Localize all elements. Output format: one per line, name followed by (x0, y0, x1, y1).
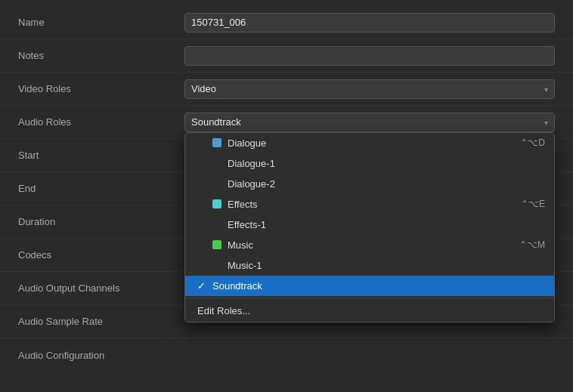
notes-label: Notes (18, 50, 184, 61)
menu-item-effects-shortcut: ⌃⌥E (521, 199, 545, 209)
music-swatch (212, 240, 221, 249)
menu-item-effects-1[interactable]: Effects-1 (185, 215, 554, 235)
audio-roles-dropdown[interactable]: Soundtrack ▾ (184, 113, 555, 132)
notes-input[interactable] (184, 46, 555, 66)
video-roles-selected: Video (191, 83, 216, 94)
name-row: Name (0, 6, 573, 39)
name-label: Name (18, 17, 184, 28)
menu-item-dialogue[interactable]: Dialogue ⌃⌥D (185, 133, 554, 153)
dialogue-swatch (212, 138, 221, 147)
audio-configuration-label: Audio Configuration (18, 350, 184, 361)
menu-item-dialogue-1-label: Dialogue-1 (228, 158, 545, 169)
menu-item-music-label: Music (228, 239, 519, 251)
audio-roles-value-area: Soundtrack ▾ Dialogue ⌃⌥D Dialogue-1 (184, 113, 555, 132)
menu-item-music-shortcut: ⌃⌥M (519, 239, 545, 250)
menu-item-soundtrack[interactable]: ✓ Soundtrack (185, 276, 554, 296)
menu-divider (185, 298, 554, 298)
audio-roles-label: Audio Roles (18, 116, 184, 128)
video-roles-value-area: Video ▾ (184, 79, 555, 99)
notes-value-area (184, 46, 555, 66)
codecs-label: Codecs (18, 249, 184, 261)
checkmark-soundtrack: ✓ (197, 280, 209, 292)
menu-item-music-1-label: Music-1 (228, 260, 545, 271)
name-value-area (184, 13, 555, 32)
menu-item-dialogue-2[interactable]: Dialogue-2 (185, 174, 554, 194)
menu-item-effects-label: Effects (228, 199, 521, 210)
menu-item-music-1[interactable]: Music-1 (185, 255, 554, 276)
video-roles-row: Video Roles Video ▾ (0, 73, 573, 106)
menu-item-dialogue-2-label: Dialogue-2 (228, 178, 545, 190)
video-roles-dropdown[interactable]: Video ▾ (184, 79, 555, 99)
start-label: Start (18, 150, 184, 161)
audio-roles-chevron-icon: ▾ (544, 118, 548, 126)
menu-item-dialogue-shortcut: ⌃⌥D (520, 137, 545, 148)
video-roles-label: Video Roles (18, 83, 184, 94)
effects-swatch (212, 199, 221, 208)
edit-roles-item[interactable]: Edit Roles... (185, 300, 554, 322)
end-label: End (18, 183, 184, 194)
menu-item-soundtrack-label: Soundtrack (212, 280, 545, 292)
edit-roles-label: Edit Roles... (197, 305, 250, 316)
menu-item-dialogue-1[interactable]: Dialogue-1 (185, 153, 554, 174)
notes-row: Notes (0, 39, 573, 73)
audio-roles-menu: Dialogue ⌃⌥D Dialogue-1 Dialogue-2 (184, 132, 555, 323)
menu-item-effects[interactable]: Effects ⌃⌥E (185, 194, 554, 215)
name-input[interactable] (184, 13, 555, 32)
audio-roles-row: Audio Roles Soundtrack ▾ Dialogue ⌃⌥D Di (0, 106, 573, 139)
video-roles-chevron-icon: ▾ (544, 85, 548, 93)
audio-sample-rate-label: Audio Sample Rate (18, 316, 184, 327)
menu-item-dialogue-label: Dialogue (228, 137, 520, 149)
audio-configuration-row: Audio Configuration (0, 338, 573, 372)
menu-item-music[interactable]: Music ⌃⌥M (185, 235, 554, 255)
inspector-panel: Name Notes Video Roles Video ▾ Audio Rol… (0, 0, 573, 392)
menu-item-effects-1-label: Effects-1 (228, 219, 545, 230)
audio-roles-selected: Soundtrack (191, 116, 241, 128)
duration-label: Duration (18, 216, 184, 227)
audio-output-channels-label: Audio Output Channels (18, 282, 184, 294)
